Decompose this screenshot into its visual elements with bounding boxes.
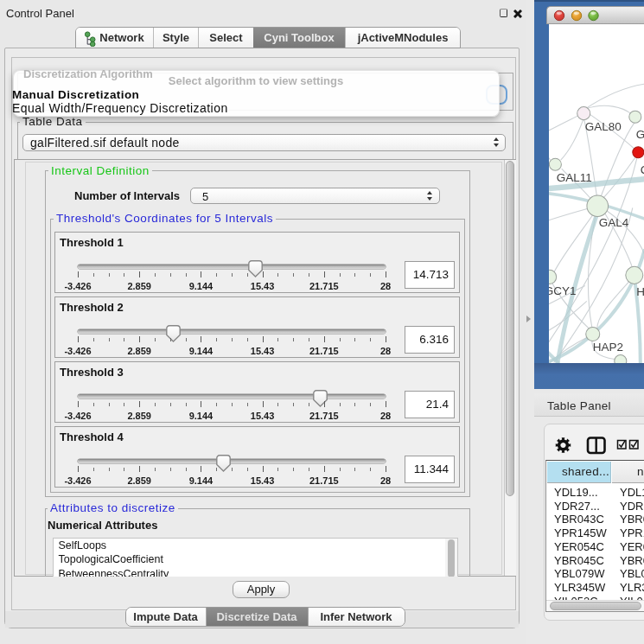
svg-text:C: C — [640, 163, 644, 176]
svg-text:HAP2: HAP2 — [592, 341, 622, 354]
svg-text:GCY1: GCY1 — [549, 284, 576, 297]
svg-text:H: H — [636, 285, 644, 298]
svg-text:GAL80: GAL80 — [584, 120, 621, 133]
svg-text:GA: GA — [635, 128, 644, 141]
svg-text:GAL4: GAL4 — [598, 216, 628, 229]
svg-text:GAL11: GAL11 — [556, 171, 591, 184]
